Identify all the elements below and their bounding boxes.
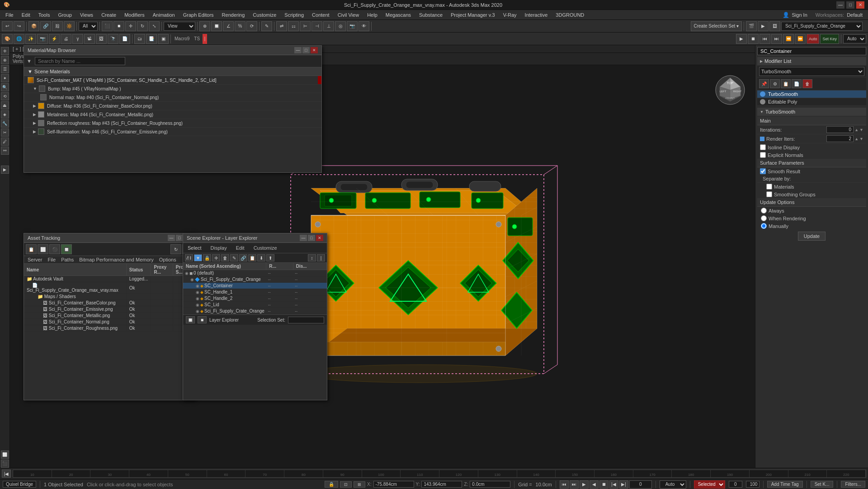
print-size[interactable]: 📄: [119, 34, 130, 44]
col-name[interactable]: Name: [24, 264, 126, 276]
asset-minimize[interactable]: —: [168, 235, 175, 241]
scene-tab-select[interactable]: Select: [185, 244, 204, 252]
mat-main-item[interactable]: Sci-Fi_Container_MAT ( VRayMtl ) [SC_Con…: [24, 76, 321, 85]
align-camera[interactable]: 📷: [347, 21, 358, 31]
move-button[interactable]: ✛: [125, 21, 136, 31]
align-to-view[interactable]: 👁: [359, 21, 369, 31]
left-tool-12[interactable]: ⚯: [1, 147, 9, 155]
scene-row-sc-container[interactable]: ◉ ◆ SC_Container -- --: [183, 283, 327, 289]
left-tool-10[interactable]: ✂: [1, 128, 9, 137]
first-frame[interactable]: ⏪: [783, 34, 794, 44]
scene-row-handle2[interactable]: ◉ ◆ SC_Handle_2 -- --: [183, 295, 327, 302]
asset-tab-file[interactable]: File: [47, 257, 56, 262]
render-setup[interactable]: 🎬: [746, 21, 757, 31]
asset-tool-2[interactable]: ⬜: [38, 244, 48, 254]
selection-set-input[interactable]: [288, 317, 324, 323]
asset-tab-server[interactable]: Server: [28, 257, 42, 262]
modifier-select[interactable]: TurboSmooth: [759, 67, 864, 76]
scene-tab-edit[interactable]: Edit: [233, 244, 247, 252]
redo-button[interactable]: ↪: [14, 21, 24, 31]
add-time-tag-btn[interactable]: Add Time Tag: [767, 481, 803, 488]
print-size-wizard[interactable]: 🖨: [61, 34, 71, 44]
toggle-scene-explorer[interactable]: 🗂: [134, 34, 145, 44]
left-tool-bottom-2[interactable]: ⬛: [1, 460, 9, 468]
snap-toggle[interactable]: 🔲: [211, 21, 222, 31]
selection-filter[interactable]: All: [79, 22, 98, 31]
filters-btn[interactable]: Filters...: [841, 481, 865, 488]
align-button[interactable]: ⊢: [300, 21, 311, 31]
frame-input-2[interactable]: 0: [729, 481, 742, 488]
asset-tab-paths[interactable]: Paths: [61, 257, 74, 262]
menu-tools[interactable]: Tools: [35, 11, 54, 19]
smooth-result-checkbox[interactable]: [760, 168, 766, 174]
left-tool-8[interactable]: ◈: [1, 110, 9, 119]
menu-rendering[interactable]: Rendering: [218, 11, 249, 19]
scene-close[interactable]: ✕: [316, 235, 323, 241]
scene-row-supply-crate[interactable]: ◉ 🔷 Sci_Fi_Supply_Crate_Orange -- --: [183, 276, 327, 283]
scene-tool-3[interactable]: 🔒: [203, 254, 211, 261]
left-tool-3[interactable]: ☰: [1, 65, 9, 73]
render-to-texture[interactable]: 📷: [37, 34, 48, 44]
menu-graph-editors[interactable]: Graph Editors: [179, 11, 217, 19]
scene-maximize[interactable]: □: [308, 235, 315, 241]
array-button[interactable]: ⚏: [288, 21, 299, 31]
scene-tool-9[interactable]: ⬇: [257, 254, 265, 261]
view-image-file[interactable]: 🖼: [96, 34, 107, 44]
asset-row-roughness[interactable]: 🖼 Sci_Fi_Container_Roughness.png Ok: [24, 325, 195, 332]
frame-max[interactable]: 100: [746, 481, 760, 488]
render-iters-input[interactable]: [826, 135, 854, 142]
menu-content[interactable]: Content: [308, 11, 333, 19]
menu-create[interactable]: Create: [98, 11, 120, 19]
render-production[interactable]: ▶: [758, 21, 769, 31]
left-tool-11[interactable]: 🖊: [1, 138, 9, 146]
panel-maximize[interactable]: □: [302, 47, 310, 53]
mat-bump-item[interactable]: ▼ Bump: Map #45 ( VRayNormalMap ): [24, 85, 321, 93]
ts-section-header[interactable]: ▼ TurboSmooth: [757, 108, 866, 116]
scene-sel-set-toggle[interactable]: ◽: [198, 316, 207, 323]
smoothing-groups-checkbox[interactable]: [766, 191, 772, 197]
modifier-paste-btn[interactable]: 📄: [792, 79, 802, 88]
menu-project-manager[interactable]: Project Manager v.3: [447, 11, 499, 19]
left-tool-7[interactable]: ⏏: [1, 101, 9, 109]
render-environment[interactable]: 🌐: [14, 34, 24, 44]
asset-tool-1[interactable]: 📋: [26, 244, 37, 254]
menu-vray[interactable]: V-Ray: [500, 11, 520, 19]
mat-normal-item[interactable]: Normal map: Map #40 (Sci_Fi_Container_No…: [24, 93, 321, 102]
menu-interactive[interactable]: Interactive: [521, 11, 552, 19]
left-tool-bottom-1[interactable]: ⬜: [1, 451, 9, 459]
next-key[interactable]: ⏭: [570, 480, 579, 489]
scene-explorer-header[interactable]: Scene Explorer - Layer Explorer — □ ✕: [183, 233, 327, 243]
select-button[interactable]: ⬛: [102, 21, 113, 31]
asset-row-metallic[interactable]: 🖼 Sci_Fi_Container_Metallic.png Ok: [24, 313, 195, 319]
menu-customize[interactable]: Customize: [249, 11, 280, 19]
scene-row-supply-crate2[interactable]: ◉ ◆ Sci_Fi_Supply_Crate_Orange -- --: [183, 308, 327, 314]
current-frame-input[interactable]: [629, 480, 652, 489]
play-fwd[interactable]: ▶: [580, 480, 589, 489]
toggle-command-panel[interactable]: ▣: [158, 34, 169, 44]
left-tool-4[interactable]: ✦: [1, 74, 9, 82]
scene-sort[interactable]: ↕: [308, 254, 316, 261]
scene-tool-filter[interactable]: ▼: [194, 254, 202, 261]
search-input[interactable]: [35, 57, 125, 65]
menu-scripting[interactable]: Scripting: [281, 11, 307, 19]
set-keys-btn[interactable]: Set K...: [811, 481, 834, 488]
bind-space-warp[interactable]: 🔆: [64, 21, 75, 31]
left-tool-2[interactable]: ⊕: [1, 56, 9, 64]
angle-snap[interactable]: ∠: [223, 21, 234, 31]
video-post[interactable]: 📽: [84, 34, 95, 44]
gamma-lut[interactable]: γ: [72, 34, 83, 44]
scene-materials-header[interactable]: ▼ Scene Materials: [24, 67, 321, 76]
always-radio[interactable]: [761, 208, 767, 214]
scene-tool-6[interactable]: ✎: [230, 254, 238, 261]
first-frame-btn[interactable]: |◀: [609, 480, 618, 489]
asset-tab-bitmap[interactable]: Bitmap Performance and Memory: [79, 257, 153, 262]
sign-in-label[interactable]: Sign In: [792, 12, 807, 18]
scene-col-render[interactable]: R...: [266, 263, 293, 270]
modifier-settings-btn[interactable]: ⚙: [770, 79, 780, 88]
scene-col-name[interactable]: Name (Sorted Ascending): [183, 263, 266, 270]
prev-frame[interactable]: ⏮: [760, 34, 770, 44]
scene-cols[interactable]: |: [317, 254, 325, 261]
render-iters-spinner-down[interactable]: ▼: [859, 137, 863, 141]
create-selection-set[interactable]: Create Selection Set ▾: [691, 21, 742, 31]
time-mode[interactable]: Auto: [843, 34, 866, 43]
